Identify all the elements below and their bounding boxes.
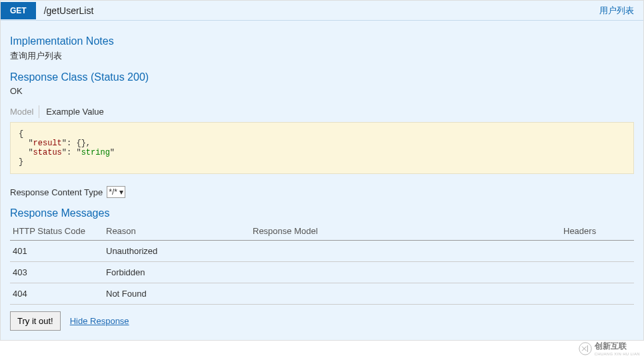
hide-response-link[interactable]: Hide Response	[70, 316, 129, 326]
code-line: }	[19, 157, 23, 167]
col-headers: Headers	[561, 222, 634, 241]
col-http-status: HTTP Status Code	[10, 222, 103, 241]
table-row: 404 Not Found	[10, 283, 634, 305]
endpoint-summary[interactable]: 用户列表	[599, 5, 643, 17]
response-class-status: OK	[10, 86, 634, 96]
response-content-type-select[interactable]: */* ▾	[107, 186, 125, 198]
endpoint-path: /getUserList	[36, 5, 599, 16]
col-reason: Reason	[103, 222, 250, 241]
implementation-notes-text: 查询用户列表	[10, 50, 634, 62]
response-messages-table: HTTP Status Code Reason Response Model H…	[10, 222, 634, 305]
status-reason: Not Found	[103, 283, 250, 305]
action-row: Try it out! Hide Response	[10, 311, 634, 331]
response-content-type-label: Response Content Type	[10, 187, 103, 197]
col-response-model: Response Model	[250, 222, 561, 241]
schema-tabs: Model Example Value	[10, 105, 634, 118]
operation-panel: GET /getUserList 用户列表 Implementation Not…	[0, 0, 644, 341]
implementation-notes-heading: Implementation Notes	[10, 35, 634, 47]
method-badge: GET	[1, 2, 36, 19]
status-code: 403	[10, 262, 103, 283]
response-messages-heading: Response Messages	[10, 207, 634, 219]
try-it-out-button[interactable]: Try it out!	[10, 311, 61, 331]
tab-example-value[interactable]: Example Value	[46, 105, 109, 118]
response-class-heading: Response Class (Status 200)	[10, 71, 634, 83]
status-code: 404	[10, 283, 103, 305]
status-reason: Unauthorized	[103, 241, 250, 262]
code-line: {	[19, 129, 23, 139]
example-value-code[interactable]: { "result": {}, "status": "string" }	[10, 122, 634, 174]
operation-content: Implementation Notes 查询用户列表 Response Cla…	[1, 21, 643, 340]
status-code: 401	[10, 241, 103, 262]
table-row: 403 Forbidden	[10, 262, 634, 283]
operation-header[interactable]: GET /getUserList 用户列表	[1, 1, 643, 21]
response-content-type-row: Response Content Type */* ▾	[10, 186, 634, 198]
tab-model[interactable]: Model	[10, 105, 39, 118]
status-reason: Forbidden	[103, 262, 250, 283]
table-row: 401 Unauthorized	[10, 241, 634, 262]
